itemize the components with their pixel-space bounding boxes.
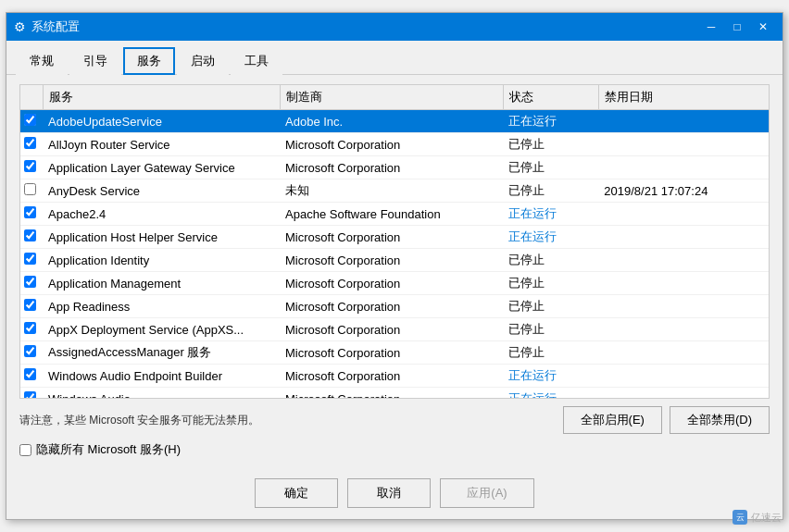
service-disabled-date xyxy=(598,249,769,272)
maximize-button[interactable]: □ xyxy=(725,17,749,37)
table-row[interactable]: AppX Deployment Service (AppXS...Microso… xyxy=(20,318,769,341)
service-checkbox[interactable] xyxy=(24,183,36,195)
service-checkbox[interactable] xyxy=(24,253,36,265)
table-row[interactable]: Apache2.4Apache Software Foundation正在运行 xyxy=(20,203,769,226)
hide-microsoft-row: 隐藏所有 Microsoft 服务(H) xyxy=(19,441,770,458)
service-maker: Microsoft Corporation xyxy=(280,226,503,249)
cancel-button[interactable]: 取消 xyxy=(347,478,431,508)
window-icon: ⚙ xyxy=(14,19,26,34)
tab-general[interactable]: 常规 xyxy=(16,47,68,75)
service-checkbox[interactable] xyxy=(24,368,36,380)
service-status: 已停止 xyxy=(503,249,598,272)
col-header-service[interactable]: 服务 xyxy=(43,85,280,110)
title-controls: ─ □ ✕ xyxy=(699,17,775,37)
service-status: 已停止 xyxy=(503,341,598,365)
service-checkbox[interactable] xyxy=(24,322,36,334)
service-disabled-date xyxy=(598,133,769,156)
service-checkbox[interactable] xyxy=(24,160,36,172)
service-disabled-date xyxy=(598,365,769,388)
service-name: AssignedAccessManager 服务 xyxy=(43,341,280,365)
service-status: 已停止 xyxy=(503,133,598,156)
service-status: 已停止 xyxy=(503,272,598,295)
col-header-maker[interactable]: 制造商 xyxy=(280,85,503,110)
service-disabled-date xyxy=(598,388,769,400)
service-checkbox[interactable] xyxy=(24,137,36,149)
service-checkbox[interactable] xyxy=(24,391,36,399)
table-row[interactable]: Application IdentityMicrosoft Corporatio… xyxy=(20,249,769,272)
service-name: Application Management xyxy=(43,272,280,295)
enable-all-button[interactable]: 全部启用(E) xyxy=(563,406,662,434)
service-checkbox[interactable] xyxy=(24,345,36,357)
service-maker: Microsoft Corporation xyxy=(280,365,503,388)
service-name: App Readiness xyxy=(43,295,280,318)
service-maker: Microsoft Corporation xyxy=(280,341,503,365)
table-row[interactable]: AllJoyn Router ServiceMicrosoft Corporat… xyxy=(20,133,769,156)
window-title: 系统配置 xyxy=(31,19,80,35)
service-checkbox[interactable] xyxy=(24,276,36,288)
table-row[interactable]: Application Layer Gateway ServiceMicroso… xyxy=(20,156,769,179)
service-disabled-date xyxy=(598,295,769,318)
tab-tools[interactable]: 工具 xyxy=(231,47,282,75)
service-name: Windows Audio xyxy=(43,388,280,400)
table-row[interactable]: Application ManagementMicrosoft Corporat… xyxy=(20,272,769,295)
table-header: 服务 制造商 状态 禁用日期 xyxy=(20,85,769,110)
col-header-status[interactable]: 状态 xyxy=(503,85,598,110)
service-checkbox[interactable] xyxy=(24,206,36,218)
ok-button[interactable]: 确定 xyxy=(255,478,338,508)
service-maker: Microsoft Corporation xyxy=(280,249,503,272)
service-maker: Apache Software Foundation xyxy=(280,203,503,226)
service-status: 正在运行 xyxy=(503,226,598,249)
service-name: AnyDesk Service xyxy=(43,179,280,203)
service-status: 已停止 xyxy=(503,179,598,203)
service-status: 已停止 xyxy=(503,318,598,341)
table-row[interactable]: AssignedAccessManager 服务Microsoft Corpor… xyxy=(20,341,769,365)
tab-startup[interactable]: 启动 xyxy=(177,47,229,75)
title-bar-left: ⚙ 系统配置 xyxy=(14,19,80,35)
hide-microsoft-checkbox[interactable] xyxy=(19,444,31,456)
footer-buttons: 确定 取消 应用(A) xyxy=(6,478,783,519)
services-table-container[interactable]: 服务 制造商 状态 禁用日期 AdobeUpdateServiceAdobe I… xyxy=(19,84,770,399)
table-row[interactable]: App ReadinessMicrosoft Corporation已停止 xyxy=(20,295,769,318)
service-checkbox[interactable] xyxy=(24,299,36,311)
col-header-check xyxy=(20,85,43,110)
table-row[interactable]: Windows Audio Endpoint BuilderMicrosoft … xyxy=(20,365,769,388)
table-row[interactable]: AdobeUpdateServiceAdobe Inc.正在运行 xyxy=(20,110,769,133)
table-row[interactable]: Application Host Helper ServiceMicrosoft… xyxy=(20,226,769,249)
watermark-text: 亿速云 xyxy=(751,511,782,525)
service-disabled-date xyxy=(598,272,769,295)
service-maker: Adobe Inc. xyxy=(280,110,503,133)
service-status: 正在运行 xyxy=(503,203,598,226)
tab-bar: 常规 引导 服务 启动 工具 xyxy=(6,41,783,75)
service-name: Application Layer Gateway Service xyxy=(43,156,280,179)
service-maker: Microsoft Corporation xyxy=(280,318,503,341)
service-status: 已停止 xyxy=(503,295,598,318)
note-text: 请注意，某些 Microsoft 安全服务可能无法禁用。 xyxy=(19,413,563,428)
tab-services[interactable]: 服务 xyxy=(123,47,175,75)
tab-content: 服务 制造商 状态 禁用日期 AdobeUpdateServiceAdobe I… xyxy=(6,75,783,467)
service-name: AppX Deployment Service (AppXS... xyxy=(43,318,280,341)
bottom-bar: 请注意，某些 Microsoft 安全服务可能无法禁用。 全部启用(E) 全部禁… xyxy=(19,406,770,434)
minimize-button[interactable]: ─ xyxy=(699,17,723,37)
service-maker: Microsoft Corporation xyxy=(280,295,503,318)
service-disabled-date xyxy=(598,203,769,226)
service-name: Windows Audio Endpoint Builder xyxy=(43,365,280,388)
service-checkbox[interactable] xyxy=(24,114,36,126)
close-button[interactable]: ✕ xyxy=(751,17,775,37)
apply-button[interactable]: 应用(A) xyxy=(440,478,533,508)
hide-microsoft-label[interactable]: 隐藏所有 Microsoft 服务(H) xyxy=(36,441,181,458)
watermark-icon: 云 xyxy=(733,510,747,525)
table-row[interactable]: AnyDesk Service未知已停止2019/8/21 17:07:24 xyxy=(20,179,769,203)
service-maker: 未知 xyxy=(280,179,503,203)
service-status: 正在运行 xyxy=(503,388,598,400)
disable-all-button[interactable]: 全部禁用(D) xyxy=(670,406,770,434)
col-header-disabled[interactable]: 禁用日期 xyxy=(598,85,769,110)
service-status: 正在运行 xyxy=(503,365,598,388)
table-row[interactable]: Windows AudioMicrosoft Corporation正在运行 xyxy=(20,388,769,400)
tab-boot[interactable]: 引导 xyxy=(69,47,121,75)
service-disabled-date xyxy=(598,110,769,133)
service-disabled-date xyxy=(598,156,769,179)
service-name: Apache2.4 xyxy=(43,203,280,226)
service-maker: Microsoft Corporation xyxy=(280,133,503,156)
service-checkbox[interactable] xyxy=(24,229,36,241)
service-name: AllJoyn Router Service xyxy=(43,133,280,156)
